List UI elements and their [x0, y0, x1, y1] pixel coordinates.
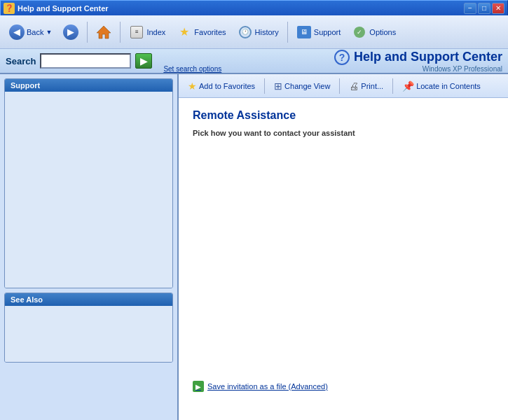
search-bar: Search ▶ Set search options ? Help and S…: [0, 49, 508, 74]
svg-marker-0: [97, 26, 111, 38]
back-dropdown-icon[interactable]: ▼: [46, 29, 52, 36]
title-bar-left: ❓ Help and Support Center: [4, 3, 109, 14]
index-icon: ≡: [129, 24, 144, 40]
back-label: Back: [27, 28, 43, 36]
support-label: Support: [314, 28, 341, 36]
hsc-title-sub: Windows XP Professional: [334, 65, 502, 73]
maximize-button[interactable]: □: [478, 3, 490, 14]
search-label: Search: [6, 56, 36, 66]
search-options-link[interactable]: Set search options: [163, 65, 221, 73]
index-button[interactable]: ≡ Index: [124, 22, 170, 43]
save-invitation-label: Save invitation as a file (Advanced): [207, 382, 328, 391]
options-button[interactable]: ✓ Options: [347, 22, 401, 43]
change-view-icon: ⊞: [274, 80, 282, 92]
add-to-favorites-button[interactable]: ★ Add to Favorites: [183, 78, 260, 94]
support-button[interactable]: 🖥 Support: [291, 22, 346, 43]
options-icon: ✓: [352, 24, 367, 40]
index-label: Index: [146, 28, 165, 36]
support-section-header: Support: [5, 79, 172, 92]
hsc-icon: ?: [334, 50, 350, 65]
forward-arrow-icon: ▶: [63, 24, 78, 40]
forward-button[interactable]: ▶: [58, 22, 83, 43]
history-icon: 🕐: [238, 24, 253, 40]
see-also-section: See Also: [4, 293, 173, 363]
home-icon: [96, 24, 111, 40]
toolbar-separator-2: [120, 22, 121, 43]
title-bar-controls[interactable]: − □ ✕: [464, 3, 504, 14]
minimize-button[interactable]: −: [464, 3, 476, 14]
hsc-title: ? Help and Support Center Windows XP Pro…: [334, 50, 502, 73]
print-label: Print...: [361, 82, 383, 90]
see-also-section-header: See Also: [5, 293, 172, 306]
favorites-button[interactable]: ★ Favorites: [172, 22, 231, 43]
toolbar-separator-3: [287, 22, 288, 43]
options-label: Options: [369, 28, 396, 36]
search-input[interactable]: [40, 53, 131, 69]
print-icon: 🖨: [349, 80, 359, 92]
locate-icon: 📌: [402, 80, 414, 92]
locate-in-contents-label: Locate in Contents: [416, 82, 481, 90]
change-view-button[interactable]: ⊞ Change View: [269, 78, 335, 94]
support-section-body: [5, 92, 172, 288]
history-button[interactable]: 🕐 History: [233, 22, 284, 43]
see-also-section-body: [5, 306, 172, 362]
title-bar: ❓ Help and Support Center − □ ✕: [0, 0, 508, 15]
toolbar-separator-1: [87, 22, 88, 43]
page-title: Remote Assistance: [193, 109, 494, 122]
action-separator-1: [264, 78, 265, 94]
locate-in-contents-button[interactable]: 📌 Locate in Contents: [397, 78, 486, 94]
action-toolbar: ★ Add to Favorites ⊞ Change View 🖨 Print…: [179, 74, 508, 98]
support-section: Support: [4, 78, 173, 288]
title-bar-icon: ❓: [4, 3, 15, 14]
save-invitation-icon: ▶: [193, 381, 204, 392]
content-area: Support See Also ★ Add to Favorites ⊞ Ch…: [0, 74, 508, 420]
favorites-label: Favorites: [194, 28, 226, 36]
right-panel: ★ Add to Favorites ⊞ Change View 🖨 Print…: [179, 74, 508, 420]
back-button[interactable]: ◀ Back ▼: [4, 22, 57, 43]
search-go-button[interactable]: ▶: [135, 53, 152, 69]
search-go-icon: ▶: [140, 56, 147, 66]
home-button[interactable]: [91, 22, 116, 43]
favorites-icon: ★: [177, 24, 192, 40]
action-separator-3: [392, 78, 393, 94]
history-label: History: [255, 28, 279, 36]
add-favorites-icon: ★: [188, 80, 197, 92]
hsc-title-main: Help and Support Center: [354, 50, 502, 64]
add-to-favorites-label: Add to Favorites: [199, 82, 255, 90]
right-content: Remote Assistance Pick how you want to c…: [179, 98, 508, 420]
close-button[interactable]: ✕: [492, 3, 504, 14]
toolbar: ◀ Back ▼ ▶ ≡ Index ★ Favorites 🕐 History: [0, 15, 508, 49]
title-bar-text: Help and Support Center: [18, 4, 109, 13]
support-icon: 🖥: [296, 24, 312, 40]
change-view-label: Change View: [284, 82, 330, 90]
page-subtitle: Pick how you want to contact your assist…: [193, 129, 494, 137]
left-panel: Support See Also: [0, 74, 179, 420]
save-invitation-link[interactable]: ▶ Save invitation as a file (Advanced): [193, 381, 328, 392]
print-button[interactable]: 🖨 Print...: [344, 78, 388, 94]
action-separator-2: [339, 78, 340, 94]
search-left: Search ▶ Set search options: [6, 50, 221, 73]
back-arrow-icon: ◀: [9, 24, 25, 40]
